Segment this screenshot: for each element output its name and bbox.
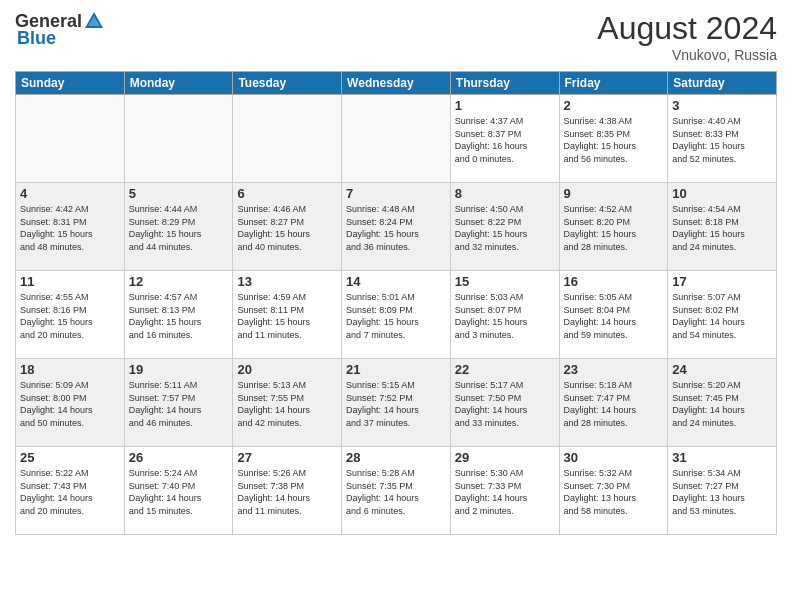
day-number: 12 [129,274,229,289]
calendar-week-row: 25Sunrise: 5:22 AM Sunset: 7:43 PM Dayli… [16,447,777,535]
table-row: 19Sunrise: 5:11 AM Sunset: 7:57 PM Dayli… [124,359,233,447]
page: General Blue August 2024 Vnukovo, Russia… [0,0,792,612]
table-row: 14Sunrise: 5:01 AM Sunset: 8:09 PM Dayli… [342,271,451,359]
table-row: 10Sunrise: 4:54 AM Sunset: 8:18 PM Dayli… [668,183,777,271]
col-sunday: Sunday [16,72,125,95]
header: General Blue August 2024 Vnukovo, Russia [15,10,777,63]
calendar-week-row: 1Sunrise: 4:37 AM Sunset: 8:37 PM Daylig… [16,95,777,183]
table-row: 23Sunrise: 5:18 AM Sunset: 7:47 PM Dayli… [559,359,668,447]
table-row: 27Sunrise: 5:26 AM Sunset: 7:38 PM Dayli… [233,447,342,535]
logo-icon [83,10,105,32]
day-number: 5 [129,186,229,201]
day-number: 20 [237,362,337,377]
table-row: 12Sunrise: 4:57 AM Sunset: 8:13 PM Dayli… [124,271,233,359]
day-info: Sunrise: 5:28 AM Sunset: 7:35 PM Dayligh… [346,467,446,517]
day-info: Sunrise: 5:17 AM Sunset: 7:50 PM Dayligh… [455,379,555,429]
day-info: Sunrise: 5:05 AM Sunset: 8:04 PM Dayligh… [564,291,664,341]
table-row: 20Sunrise: 5:13 AM Sunset: 7:55 PM Dayli… [233,359,342,447]
day-info: Sunrise: 4:57 AM Sunset: 8:13 PM Dayligh… [129,291,229,341]
table-row: 6Sunrise: 4:46 AM Sunset: 8:27 PM Daylig… [233,183,342,271]
col-friday: Friday [559,72,668,95]
day-number: 10 [672,186,772,201]
day-number: 2 [564,98,664,113]
day-info: Sunrise: 4:55 AM Sunset: 8:16 PM Dayligh… [20,291,120,341]
day-number: 13 [237,274,337,289]
table-row [233,95,342,183]
calendar-table: Sunday Monday Tuesday Wednesday Thursday… [15,71,777,535]
col-saturday: Saturday [668,72,777,95]
day-number: 9 [564,186,664,201]
table-row: 9Sunrise: 4:52 AM Sunset: 8:20 PM Daylig… [559,183,668,271]
calendar-header-row: Sunday Monday Tuesday Wednesday Thursday… [16,72,777,95]
day-info: Sunrise: 4:46 AM Sunset: 8:27 PM Dayligh… [237,203,337,253]
day-number: 22 [455,362,555,377]
day-info: Sunrise: 5:15 AM Sunset: 7:52 PM Dayligh… [346,379,446,429]
day-number: 3 [672,98,772,113]
table-row: 17Sunrise: 5:07 AM Sunset: 8:02 PM Dayli… [668,271,777,359]
day-number: 7 [346,186,446,201]
table-row: 4Sunrise: 4:42 AM Sunset: 8:31 PM Daylig… [16,183,125,271]
day-number: 8 [455,186,555,201]
day-number: 11 [20,274,120,289]
table-row: 2Sunrise: 4:38 AM Sunset: 8:35 PM Daylig… [559,95,668,183]
table-row: 7Sunrise: 4:48 AM Sunset: 8:24 PM Daylig… [342,183,451,271]
logo: General Blue [15,10,106,49]
day-number: 14 [346,274,446,289]
table-row: 1Sunrise: 4:37 AM Sunset: 8:37 PM Daylig… [450,95,559,183]
day-info: Sunrise: 4:54 AM Sunset: 8:18 PM Dayligh… [672,203,772,253]
table-row: 24Sunrise: 5:20 AM Sunset: 7:45 PM Dayli… [668,359,777,447]
day-number: 30 [564,450,664,465]
day-info: Sunrise: 4:50 AM Sunset: 8:22 PM Dayligh… [455,203,555,253]
day-info: Sunrise: 5:34 AM Sunset: 7:27 PM Dayligh… [672,467,772,517]
day-number: 26 [129,450,229,465]
table-row: 31Sunrise: 5:34 AM Sunset: 7:27 PM Dayli… [668,447,777,535]
col-thursday: Thursday [450,72,559,95]
day-info: Sunrise: 5:18 AM Sunset: 7:47 PM Dayligh… [564,379,664,429]
table-row: 29Sunrise: 5:30 AM Sunset: 7:33 PM Dayli… [450,447,559,535]
day-number: 29 [455,450,555,465]
month-year: August 2024 [597,10,777,47]
table-row [342,95,451,183]
day-number: 19 [129,362,229,377]
day-number: 6 [237,186,337,201]
col-tuesday: Tuesday [233,72,342,95]
col-monday: Monday [124,72,233,95]
table-row: 30Sunrise: 5:32 AM Sunset: 7:30 PM Dayli… [559,447,668,535]
day-info: Sunrise: 5:32 AM Sunset: 7:30 PM Dayligh… [564,467,664,517]
table-row: 11Sunrise: 4:55 AM Sunset: 8:16 PM Dayli… [16,271,125,359]
day-number: 28 [346,450,446,465]
calendar-week-row: 18Sunrise: 5:09 AM Sunset: 8:00 PM Dayli… [16,359,777,447]
table-row: 18Sunrise: 5:09 AM Sunset: 8:00 PM Dayli… [16,359,125,447]
day-number: 24 [672,362,772,377]
table-row: 25Sunrise: 5:22 AM Sunset: 7:43 PM Dayli… [16,447,125,535]
day-info: Sunrise: 5:20 AM Sunset: 7:45 PM Dayligh… [672,379,772,429]
day-number: 25 [20,450,120,465]
table-row: 3Sunrise: 4:40 AM Sunset: 8:33 PM Daylig… [668,95,777,183]
day-info: Sunrise: 5:22 AM Sunset: 7:43 PM Dayligh… [20,467,120,517]
table-row: 28Sunrise: 5:28 AM Sunset: 7:35 PM Dayli… [342,447,451,535]
table-row: 21Sunrise: 5:15 AM Sunset: 7:52 PM Dayli… [342,359,451,447]
col-wednesday: Wednesday [342,72,451,95]
day-info: Sunrise: 5:30 AM Sunset: 7:33 PM Dayligh… [455,467,555,517]
day-info: Sunrise: 5:01 AM Sunset: 8:09 PM Dayligh… [346,291,446,341]
location: Vnukovo, Russia [597,47,777,63]
day-number: 17 [672,274,772,289]
day-number: 21 [346,362,446,377]
day-info: Sunrise: 5:13 AM Sunset: 7:55 PM Dayligh… [237,379,337,429]
day-info: Sunrise: 4:37 AM Sunset: 8:37 PM Dayligh… [455,115,555,165]
day-number: 23 [564,362,664,377]
table-row: 8Sunrise: 4:50 AM Sunset: 8:22 PM Daylig… [450,183,559,271]
day-info: Sunrise: 4:38 AM Sunset: 8:35 PM Dayligh… [564,115,664,165]
table-row: 5Sunrise: 4:44 AM Sunset: 8:29 PM Daylig… [124,183,233,271]
day-info: Sunrise: 5:03 AM Sunset: 8:07 PM Dayligh… [455,291,555,341]
table-row: 22Sunrise: 5:17 AM Sunset: 7:50 PM Dayli… [450,359,559,447]
calendar-week-row: 4Sunrise: 4:42 AM Sunset: 8:31 PM Daylig… [16,183,777,271]
day-info: Sunrise: 4:52 AM Sunset: 8:20 PM Dayligh… [564,203,664,253]
day-info: Sunrise: 5:24 AM Sunset: 7:40 PM Dayligh… [129,467,229,517]
day-info: Sunrise: 4:59 AM Sunset: 8:11 PM Dayligh… [237,291,337,341]
day-number: 18 [20,362,120,377]
day-info: Sunrise: 5:26 AM Sunset: 7:38 PM Dayligh… [237,467,337,517]
day-number: 27 [237,450,337,465]
day-number: 15 [455,274,555,289]
day-info: Sunrise: 4:42 AM Sunset: 8:31 PM Dayligh… [20,203,120,253]
